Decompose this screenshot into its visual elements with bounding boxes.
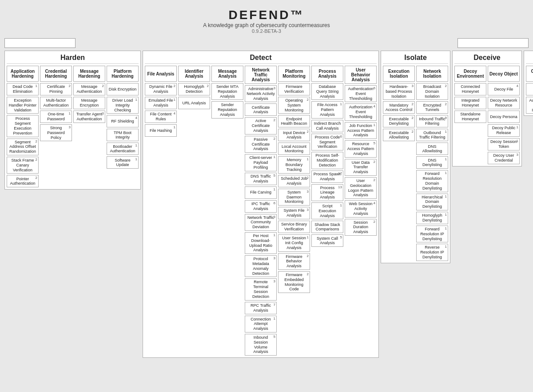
card-job-function-access-pattern-analysis[interactable]: 1Job Function Access Pattern Analysis [345,122,377,139]
card-forward-resolution-domain-denylisting[interactable]: 1Forward Resolution Domain Denylisting [416,170,448,192]
card-script-execution-analysis[interactable]: 1Script Execution Analysis [311,202,343,219]
card-sender-reputation-analysis[interactable]: Sender Reputation Analysis [211,101,243,118]
card-bootloader-authentication[interactable]: 1Bootloader Authentication [107,143,139,155]
card-firmware-verification[interactable]: Firmware Verification [278,83,310,95]
card-dns-denylisting[interactable]: 1DNS Denylisting [416,156,448,169]
card-forward-resolution-ip-denylisting[interactable]: 1Forward Resolution IP Denylisting [416,226,448,242]
card-rpc-traffic-analysis[interactable]: 7RPC Traffic Analysis [245,302,277,314]
card-protocol-metadata-anomaly-detection[interactable]: 3Protocol Metadata Anomaly Detection [245,255,277,277]
card-per-host-download-upload-ratio-analysis[interactable]: 1Per Host Download-Upload Ratio Analysis [245,232,277,254]
card-pointer-authentication[interactable]: 2Pointer Authentication [7,175,39,187]
card-decoy-public-release[interactable]: 1Decoy Public Release [488,124,520,137]
card-user-geolocation-logon-pattern-analysis[interactable]: 2User Geolocation Logon Pattern Analysis [345,177,377,199]
card-process-lineage-analysis[interactable]: 13Process Lineage Analysis [311,184,343,201]
card-rf-shielding[interactable]: 4RF Shielding [107,115,139,127]
card-inbound-session-volume-analysis[interactable]: 5Inbound Session Volume Analysis [245,334,277,356]
search-input-right[interactable] [457,38,529,48]
card-user-data-transfer-analysis[interactable]: 2User Data Transfer Analysis [345,159,377,176]
card-segment-address-offset-randomization[interactable]: 2Segment Address Offset Randomization [7,139,39,155]
card-file-hashing[interactable]: 1File Hashing [145,124,177,137]
card-service-binary-verification[interactable]: Service Binary Verification [278,221,310,233]
card-disk-encryption[interactable]: Disk Encryption [107,83,139,95]
card-shadow-stack-comparisons[interactable]: Shadow Stack Comparisons [311,221,343,233]
card-tpm-boot-integrity[interactable]: TPM Boot Integrity [107,129,139,141]
card-decoy-session-token[interactable]: 1Decoy Session Token [488,138,520,150]
card-process-spawn-analysis[interactable]: 17Process Spawn Analysis [311,170,343,183]
card-resource-access-pattern-analysis[interactable]: 5Resource Access Pattern Analysis [345,140,377,157]
card-dns-allowlisting[interactable]: DNS Allowlisting [416,143,448,155]
card-process-code-segment-verification[interactable]: 6Process Code Segment Verification [311,134,343,150]
card-software-update[interactable]: 1Software Update [107,156,139,169]
card-hardware-based-process-isolation[interactable]: 3Hardware-based Process Isolation [383,83,415,100]
card-strong-password-policy[interactable]: 3Strong Password Policy [40,124,72,141]
card-hierarchical-domain-denylisting[interactable]: 1Hierarchical Domain Denylisting [416,194,448,210]
card-process-self-modification-detection[interactable]: Process Self-Modification Detection [311,152,343,169]
card-certificate-analysis[interactable]: Certificate Analysis [245,103,277,116]
card-encrypted-tunnels[interactable]: 2Encrypted Tunnels [416,101,448,114]
search-input-left[interactable] [4,38,76,48]
card-decoy-persona[interactable]: Decoy Persona [488,111,520,123]
card-firmware-behavior-analysis[interactable]: 2Firmware Behavior Analysis [278,253,310,270]
card-account-locking[interactable]: 2Account Locking [526,83,533,95]
card-passive-certificate-analysis[interactable]: 2Passive Certificate Analysis [245,136,277,153]
card-outbound-traffic-filtering[interactable]: 1Outbound Traffic Filtering [416,129,448,141]
card-ipc-traffic-analysis[interactable]: 6IPC Traffic Analysis [245,200,277,213]
card-session-duration-analysis[interactable]: 2Session Duration Analysis [345,219,377,236]
card-emulated-file-analysis[interactable]: 1Emulated File Analysis [145,97,177,109]
card-endpoint-health-beacon[interactable]: Endpoint Health Beacon [278,115,310,127]
card-inbound-traffic-filtering[interactable]: 9Inbound Traffic Filtering [416,115,448,127]
card-one-time-password[interactable]: 1One-time Password [40,111,72,123]
card-file-access-pattern-analysis[interactable]: 1File Access Pattern Analysis [311,101,343,118]
card-reverse-resolution-ip-denylisting[interactable]: 1Reverse Resolution IP Denylisting [416,244,448,261]
card-broadcast-domain-isolation[interactable]: 2Broadcast Domain Isolation [416,83,448,100]
card-web-session-activity-analysis[interactable]: 4Web Session Activity Analysis [345,200,377,217]
card-authorization-event-thresholding[interactable]: 4Authorization Event Thresholding [345,103,377,120]
card-stack-frame-canary-verification[interactable]: 2Stack Frame Canary Verification [7,157,39,174]
card-scheduled-job-analysis[interactable]: 2Scheduled Job Analysis [278,175,310,187]
card-homoglyph-detection[interactable]: 2Homoglyph Detection [178,83,210,95]
card-dns-traffic-analysis[interactable]: 5DNS Traffic Analysis [245,173,277,185]
card-sender-mta-reputation-analysis[interactable]: Sender MTA Reputation Analysis [211,83,243,100]
card-connection-attempt-analysis[interactable]: 1Connection Attempt Analysis [245,316,277,333]
card-driver-load-integrity-checking[interactable]: 1Driver Load Integrity Checking [107,97,139,114]
card-user-session-init-config-analysis[interactable]: 1User Session Init Config Analysis [278,234,310,251]
card-certificate-pinning[interactable]: 2Certificate Pinning [40,83,72,95]
card-executable-denylisting[interactable]: 2Executable Denylisting [383,115,415,127]
card-authentication-event-thresholding[interactable]: 6Authentication Event Thresholding [345,85,377,102]
card-decoy-file[interactable]: 4Decoy File [488,83,520,95]
card-indirect-branch-call-analysis[interactable]: Indirect Branch Call Analysis [311,120,343,132]
card-firmware-embedded-monitoring-code[interactable]: 2Firmware Embedded Monitoring Code [278,271,310,293]
card-dead-code-elimination[interactable]: 1Dead Code Elimination [7,83,39,95]
card-decoy-network-resource[interactable]: Decoy Network Resource [488,97,520,109]
card-input-device-analysis[interactable]: 2Input Device Analysis [278,129,310,141]
card-active-certificate-analysis[interactable]: 2Active Certificate Analysis [245,117,277,134]
card-remote-terminal-session-detection[interactable]: 3Remote Terminal Session Detection [245,278,277,300]
card-homoglyph-denylisting[interactable]: 1Homoglyph Denylisting [416,212,448,224]
card-memory-boundary-tracking[interactable]: 1Memory Boundary Tracking [278,156,310,173]
card-file-carving[interactable]: 1File Carving [245,186,277,199]
card-transfer-agent-authentication[interactable]: 3Transfer Agent Authentication [73,111,105,123]
card-administrative-network-activity-analysis[interactable]: 3Administrative Network Activity Analysi… [245,85,277,102]
card-message-encryption[interactable]: Message Encryption [73,97,105,109]
card-exception-handler-pointer-validation[interactable]: Exception Handler Pointer Validation [7,97,39,114]
card-decoy-user-credential[interactable]: 3Decoy User Credential [488,152,520,164]
card-connected-honeynet[interactable]: Connected Honeynet [454,83,486,95]
card-standalone-honeynet[interactable]: Standalone Honeynet [454,111,486,123]
card-client-server-payload-profiling[interactable]: 1Client-server Payload Profiling [245,154,277,171]
card-network-traffic-community-deviation[interactable]: 3Network Traffic Community Deviation [245,214,277,231]
card-system-daemon-monitoring[interactable]: 3System Daemon Monitoring [278,189,310,206]
card-local-account-monitoring[interactable]: Local Account Monitoring [278,143,310,155]
card-authentication-cache-invalidation[interactable]: Authentication Cache Invalidation [526,97,533,114]
card-operating-system-monitoring[interactable]: 2Operating System Monitoring [278,97,310,114]
card-mandatory-access-control[interactable]: 2Mandatory Access Control [383,101,415,114]
card-dynamic-file-analysis[interactable]: 2Dynamic File Analysis [145,83,177,95]
card-process-segment-execution-prevention[interactable]: Process Segment Execution Prevention [7,115,39,137]
card-integrated-honeynet[interactable]: Integrated Honeynet [454,97,486,109]
card-file-content-rules[interactable]: 4File Content Rules [145,111,177,123]
card-message-authentication[interactable]: 2Message Authentication [73,83,105,95]
card-executable-allowlisting[interactable]: 2Executable Allowlisting [383,129,415,141]
card-system-call-analysis[interactable]: 5System Call Analysis [311,234,343,247]
card-multi-factor-authentication[interactable]: Multi-factor Authentication [40,97,72,109]
card-system-file-analysis[interactable]: 3System File Analysis [278,207,310,219]
card-url-analysis[interactable]: URL Analysis [178,97,210,109]
